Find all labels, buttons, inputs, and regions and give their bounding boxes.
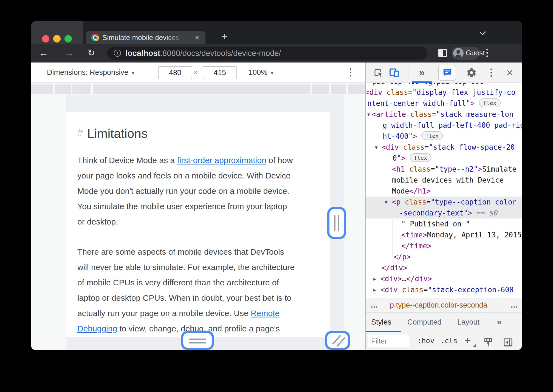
new-style-rule-caret: [473, 344, 476, 347]
console-drawer-icon: [442, 68, 452, 77]
browser-tab[interactable]: Simulate mobile devices with D ×: [86, 31, 205, 44]
breadcrumb-selected-node[interactable]: p.type--caption.color-seconda: [390, 298, 487, 312]
device-mode-ruler: [31, 83, 365, 95]
viewport-height-input[interactable]: [203, 66, 237, 79]
ruler-segment: [72, 84, 91, 94]
dom-tree-line[interactable]: "pad-top-400 lg:pad-top-600">: [368, 83, 492, 87]
maximize-window-button[interactable]: [64, 35, 72, 42]
minimize-window-button[interactable]: [53, 35, 61, 42]
dom-tree-line[interactable]: <div class="stack-exception-600: [380, 284, 514, 295]
device-toolbar-menu-icon[interactable]: [350, 68, 351, 76]
ruler-segment: [312, 84, 329, 94]
close-window-button[interactable]: [42, 35, 49, 42]
page-link[interactable]: Remote: [251, 309, 280, 318]
more-sidebar-tabs-icon[interactable]: »: [497, 313, 502, 332]
dom-tree-line[interactable]: " Published on ": [401, 218, 470, 229]
dom-tree-line[interactable]: <div class="stack flow-space-20: [382, 142, 515, 153]
dock-sidebar-icon[interactable]: [501, 332, 515, 350]
tab-styles[interactable]: Styles: [371, 313, 391, 332]
url-text[interactable]: localhost:8080/docs/devtools/device-mode…: [125, 47, 281, 60]
reload-button[interactable]: ↻: [88, 44, 95, 63]
dom-tree-line[interactable]: </p>: [394, 251, 411, 262]
grip-bar: [334, 215, 335, 231]
dom-token: <div: [380, 286, 402, 294]
profile-button[interactable]: Guest: [452, 47, 480, 60]
devtools-menu-icon[interactable]: [486, 63, 497, 83]
paragraph-line: Debugging to view, change, debug, and pr…: [77, 321, 280, 336]
back-button[interactable]: ←: [39, 44, 49, 63]
dom-token: >: [401, 154, 405, 162]
new-style-rule-button[interactable]: +: [464, 332, 471, 350]
viewport-resize-handle-right[interactable]: [327, 207, 346, 239]
paragraph-line: There are some aspects of mobile devices…: [77, 244, 284, 260]
new-tab-button[interactable]: +: [218, 30, 231, 43]
sidebar-tabs: Styles Computed Layout »: [366, 313, 522, 332]
dom-tree-line[interactable]: <div class="display-flex justify-co: [366, 87, 515, 98]
device-toolbar: Dimensions: Responsive▾ × 100%▾: [31, 63, 365, 83]
toggle-hover-state-button[interactable]: :hov: [417, 332, 435, 350]
paragraph-line: laptop or desktop CPUs. When in doubt, y…: [77, 290, 291, 306]
flex-badge[interactable]: flex: [410, 153, 431, 162]
devtools-close-icon[interactable]: ×: [503, 63, 517, 83]
expand-arrow-right-icon[interactable]: ▸: [373, 284, 376, 295]
page-content: #Limitations Think of Device Mode as a f…: [66, 112, 330, 337]
tab-layout[interactable]: Layout: [457, 313, 479, 332]
dom-tree-line[interactable]: <article class="stack measure-lon: [372, 109, 514, 120]
more-panels-icon[interactable]: »: [414, 63, 430, 83]
dom-token: class: [402, 286, 423, 294]
main-area: Dimensions: Responsive▾ × 100%▾ #Limitat…: [31, 63, 522, 350]
side-panel-icon[interactable]: [438, 49, 448, 57]
dom-tree-line[interactable]: <p class="type--caption color: [392, 197, 517, 208]
viewport-resize-handle-bottom[interactable]: [181, 331, 214, 350]
dom-tree-line[interactable]: -secondary-text"> == $0: [399, 208, 498, 218]
dom-token: </time>: [401, 242, 431, 250]
browser-menu-icon[interactable]: [486, 49, 488, 57]
expand-arrow-right-icon[interactable]: ▸: [373, 273, 376, 284]
page-link[interactable]: first-order approximation: [177, 156, 266, 165]
dom-tree-line[interactable]: <h1 class="type--h2">Simulate: [392, 164, 517, 175]
viewport-resize-handle-corner[interactable]: [325, 331, 350, 350]
toggle-console-drawer-button[interactable]: [438, 65, 456, 81]
tab-close-icon[interactable]: ×: [194, 33, 199, 42]
dom-token: >: [468, 209, 472, 217]
expand-arrow-down-icon[interactable]: ▾: [385, 197, 388, 208]
expand-arrow-down-icon[interactable]: ▾: [375, 142, 378, 153]
flex-badge[interactable]: flex: [421, 131, 443, 140]
breadcrumb-overflow-right[interactable]: …: [510, 298, 518, 312]
page-link[interactable]: Debugging: [77, 324, 117, 333]
device-toolbar-toggle-icon[interactable]: [388, 63, 400, 83]
flex-badge[interactable]: flex: [479, 98, 500, 107]
inspect-element-icon[interactable]: [372, 63, 384, 83]
zoom-dropdown[interactable]: 100%▾: [249, 63, 273, 83]
site-info-icon[interactable]: i: [114, 50, 121, 57]
breadcrumb-overflow-left[interactable]: …: [366, 298, 383, 312]
dimensions-dropdown[interactable]: Dimensions: Responsive▾: [47, 63, 134, 83]
dom-tree-line[interactable]: <div>…</div>: [380, 273, 432, 284]
heading-anchor-hash[interactable]: #: [77, 127, 83, 138]
paint-format-icon[interactable]: [482, 332, 494, 350]
grip-bar: [189, 342, 206, 343]
settings-gear-icon[interactable]: [465, 63, 478, 83]
toggle-element-classes-button[interactable]: .cls: [440, 332, 458, 350]
dom-tree-line[interactable]: lg:stack-exception-700">…</div>: [383, 295, 516, 298]
forward-button[interactable]: →: [64, 44, 74, 63]
dom-tree-line[interactable]: </div>: [382, 262, 407, 273]
expand-arrow-down-icon[interactable]: ▾: [367, 109, 370, 120]
dom-tree-line[interactable]: </time>: [401, 240, 431, 251]
dom-token: "pad-top-400 lg:pad-top-600": [368, 83, 488, 86]
dom-tree-line[interactable]: g width-full pad-left-400 pad-rig: [383, 120, 522, 131]
dom-tree-line[interactable]: ht-400">flex: [383, 131, 443, 142]
dom-tree-line[interactable]: Mode</h1>: [392, 186, 431, 197]
chevron-down-icon[interactable]: [480, 29, 486, 35]
tab-computed[interactable]: Computed: [407, 313, 442, 332]
dom-tree-line[interactable]: 0">flex: [393, 153, 431, 164]
page-heading: #Limitations: [77, 126, 148, 141]
address-bar[interactable]: i localhost:8080/docs/devtools/device-mo…: [107, 47, 427, 60]
dom-tree-line[interactable]: <time>Monday, April 13, 2015: [401, 229, 521, 240]
paragraph-text: actually run your page on a mobile devic…: [77, 309, 251, 318]
grip-bar: [189, 339, 206, 340]
dom-tree-line[interactable]: mobile devices with Device: [392, 175, 504, 186]
dom-tree-line[interactable]: ntent-center width-full">flex: [367, 98, 501, 109]
viewport-width-input[interactable]: [158, 66, 192, 79]
styles-filter-input[interactable]: [368, 335, 410, 347]
